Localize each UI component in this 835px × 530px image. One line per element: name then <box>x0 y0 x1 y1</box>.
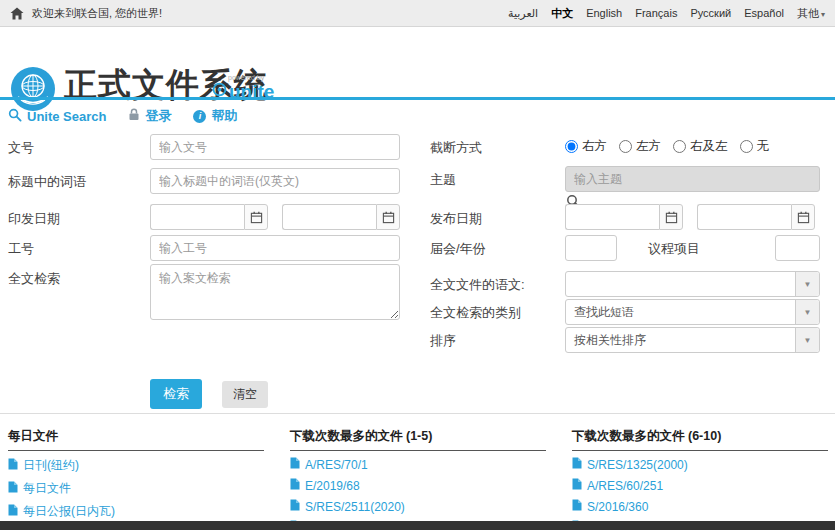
footer-doc-link[interactable]: 每日公报(日内瓦) <box>8 503 264 520</box>
document-icon <box>8 458 18 473</box>
truncation-option-right[interactable]: 右方 <box>565 138 607 155</box>
release-date-to <box>697 204 815 230</box>
issue-date-from-input[interactable] <box>150 204 244 230</box>
document-icon <box>572 457 582 472</box>
unite-search-link[interactable]: Unite Search <box>8 108 106 125</box>
session-year-input[interactable] <box>565 235 617 261</box>
calendar-icon[interactable] <box>376 204 400 230</box>
truncation-options: 右方 左方 右及左 无 <box>565 138 769 155</box>
issue-date-to-input[interactable] <box>282 204 376 230</box>
welcome-text: 欢迎来到联合国, 您的世界! <box>32 6 162 21</box>
topbar: 欢迎来到联合国, 您的世界! العربية 中文 English França… <box>0 0 835 27</box>
truncation-option-label: 左方 <box>636 138 661 155</box>
lang-chinese[interactable]: 中文 <box>551 6 573 21</box>
issue-date-to <box>282 204 400 230</box>
footer-doc-link[interactable]: 每日文件 <box>8 480 264 497</box>
document-icon <box>290 499 300 514</box>
lang-russian[interactable]: Русский <box>690 7 731 19</box>
search-type-select[interactable]: 查找此短语 ▼ <box>565 299 820 325</box>
truncation-radio-none[interactable] <box>740 140 753 153</box>
chevron-down-icon: ▾ <box>821 10 825 19</box>
footer-doc-link[interactable]: S/RES/2511(2020) <box>290 499 546 514</box>
login-label: 登录 <box>145 107 171 125</box>
truncation-option-label: 右及左 <box>690 138 728 155</box>
search-icon <box>8 108 22 125</box>
lock-icon <box>128 108 140 124</box>
daily-documents-heading: 每日文件 <box>8 428 264 451</box>
title-words-input[interactable] <box>150 168 400 194</box>
home-icon[interactable] <box>10 7 24 20</box>
lang-spanish[interactable]: Español <box>744 7 784 19</box>
search-type-label: 全文检索的类别 <box>430 304 521 322</box>
lang-arabic[interactable]: العربية <box>508 7 538 20</box>
release-date-from <box>565 204 683 230</box>
lang-french[interactable]: Français <box>635 7 677 19</box>
footer-doc-link[interactable]: E/2019/68 <box>290 478 546 493</box>
fulltext-language-label: 全文文件的语文: <box>430 276 525 294</box>
calendar-icon[interactable] <box>791 204 815 230</box>
lang-english[interactable]: English <box>586 7 622 19</box>
subject-input[interactable] <box>565 166 820 192</box>
footer-doc-link[interactable]: S/2016/360 <box>572 499 828 514</box>
search-button[interactable]: 检索 <box>150 379 202 409</box>
help-label: 帮助 <box>211 107 237 125</box>
job-number-label: 工号 <box>8 240 34 258</box>
search-type-value: 查找此短语 <box>566 300 819 324</box>
document-icon <box>572 478 582 493</box>
issue-date-label: 印发日期 <box>8 210 60 228</box>
truncation-radio-right[interactable] <box>565 140 578 153</box>
title-words-label: 标题中的词语 <box>8 173 86 191</box>
most-downloaded-1-5-heading: 下载次数最多的文件 (1-5) <box>290 428 546 451</box>
brand-header: 正式文件系统 powered by unite <box>0 27 835 97</box>
calendar-icon[interactable] <box>244 204 268 230</box>
truncation-option-none[interactable]: 无 <box>740 138 770 155</box>
calendar-icon[interactable] <box>659 204 683 230</box>
most-downloaded-6-10-heading: 下载次数最多的文件 (6-10) <box>572 428 828 451</box>
lang-other-dropdown[interactable]: 其他▾ <box>797 6 825 21</box>
subject-label: 主题 <box>430 171 456 189</box>
sort-value: 按相关性排序 <box>566 328 819 352</box>
job-number-input[interactable] <box>150 235 400 261</box>
release-date-to-input[interactable] <box>697 204 791 230</box>
document-icon <box>8 481 18 496</box>
info-icon: i <box>193 110 206 123</box>
powered-by-label: powered by <box>228 74 274 81</box>
ods-search-page: 欢迎来到联合国, 您的世界! العربية 中文 English França… <box>0 0 835 530</box>
footer-divider <box>0 413 835 414</box>
footer-doc-link[interactable]: A/RES/60/251 <box>572 478 828 493</box>
footer-doc-link[interactable]: 日刊(纽约) <box>8 457 264 474</box>
truncation-option-left[interactable]: 左方 <box>619 138 661 155</box>
lang-other-label: 其他 <box>797 7 819 19</box>
help-link[interactable]: i 帮助 <box>193 107 237 125</box>
truncation-option-label: 无 <box>757 138 770 155</box>
document-icon <box>290 478 300 493</box>
release-date-label: 发布日期 <box>430 210 482 228</box>
login-link[interactable]: 登录 <box>128 107 171 125</box>
footer-doc-link[interactable]: A/RES/70/1 <box>290 457 546 472</box>
clear-button[interactable]: 清空 <box>222 381 268 408</box>
sort-select[interactable]: 按相关性排序 ▼ <box>565 327 820 353</box>
unite-search-label: Unite Search <box>27 109 106 124</box>
fulltext-input[interactable] <box>150 264 400 320</box>
agenda-item-input[interactable] <box>775 235 820 261</box>
footer-doc-link[interactable]: S/RES/1325(2000) <box>572 457 828 472</box>
document-icon <box>8 504 18 519</box>
document-icon <box>290 457 300 472</box>
session-year-label: 届会/年份 <box>430 240 486 258</box>
daily-documents-column: 每日文件 日刊(纽约) 每日文件 每日公报(日内瓦) <box>8 428 264 520</box>
most-downloaded-1-5-column: 下载次数最多的文件 (1-5) A/RES/70/1 E/2019/68 S/R… <box>290 428 546 530</box>
symbol-input[interactable] <box>150 134 400 160</box>
fulltext-language-select[interactable]: ▼ <box>565 271 820 297</box>
symbol-label: 文号 <box>8 139 34 157</box>
topbar-left: 欢迎来到联合国, 您的世界! <box>10 6 162 21</box>
truncation-option-both[interactable]: 右及左 <box>673 138 728 155</box>
language-switcher: العربية 中文 English Français Русский Espa… <box>508 6 825 21</box>
release-date-from-input[interactable] <box>565 204 659 230</box>
truncation-label: 截断方式 <box>430 139 482 157</box>
truncation-radio-both[interactable] <box>673 140 686 153</box>
issue-date-from <box>150 204 268 230</box>
truncation-radio-left[interactable] <box>619 140 632 153</box>
chevron-down-icon[interactable]: ▼ <box>795 328 819 352</box>
chevron-down-icon[interactable]: ▼ <box>795 272 819 296</box>
chevron-down-icon[interactable]: ▼ <box>795 300 819 324</box>
